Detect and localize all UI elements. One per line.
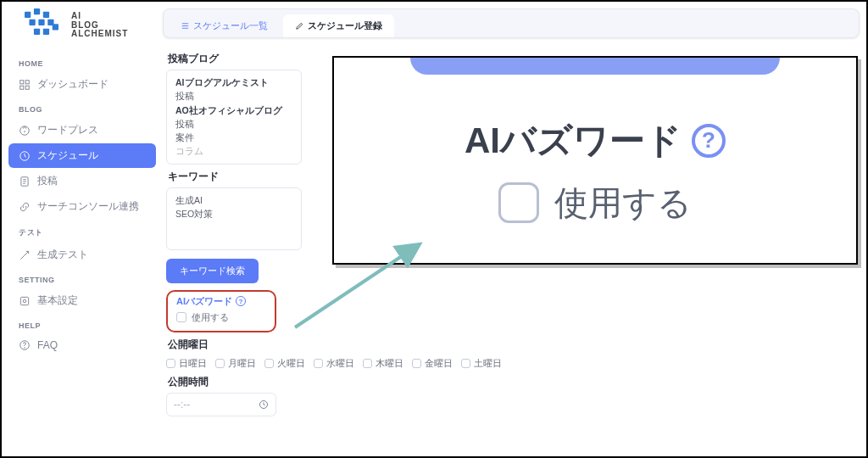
svg-rect-16: [20, 297, 28, 304]
publish-days-label: 公開曜日: [168, 338, 856, 352]
svg-rect-10: [25, 80, 29, 83]
day-checkbox-tue[interactable]: 火曜日: [264, 357, 305, 370]
nav-item-search-console[interactable]: サーチコンソール連携: [8, 194, 156, 219]
publish-time-label: 公開時間: [168, 375, 856, 389]
tabs-bar: スケジュール一覧 スケジュール登録: [163, 8, 860, 38]
publish-time-input[interactable]: --:--: [166, 393, 276, 416]
svg-rect-8: [53, 24, 58, 30]
nav-group-test: テスト: [8, 224, 156, 242]
zoom-use-checkbox[interactable]: 使用する: [498, 180, 692, 226]
nav-group-setting: SETTING: [8, 272, 156, 288]
settings-icon: [19, 295, 31, 307]
nav-item-basic-settings[interactable]: 基本設定: [8, 288, 156, 313]
zoom-callout: AIバズワード ? 使用する: [332, 56, 858, 265]
clock-icon: [19, 150, 31, 162]
tab-schedule-list[interactable]: スケジュール一覧: [169, 14, 280, 37]
svg-rect-0: [25, 12, 31, 18]
keyword-search-button[interactable]: キーワード検索: [166, 259, 259, 283]
help-icon[interactable]: ?: [692, 124, 726, 158]
day-checkbox-sun[interactable]: 日曜日: [166, 357, 207, 370]
zoom-buzzword-title: AIバズワード: [465, 117, 682, 165]
nav-item-label: ワードプレス: [37, 123, 98, 137]
svg-point-19: [25, 348, 25, 349]
sidebar: AI BLOG ALCHEMIST HOME ダッシュボード BLOG ワードプ…: [2, 2, 163, 456]
checkbox-icon: [498, 182, 539, 223]
nav-item-dashboard[interactable]: ダッシュボード: [8, 72, 156, 97]
day-checkbox-fri[interactable]: 金曜日: [412, 357, 453, 370]
nav-item-label: スケジュール: [37, 148, 98, 163]
help-icon[interactable]: ?: [236, 296, 246, 306]
list-icon: [181, 21, 190, 31]
document-icon: [19, 176, 31, 187]
app-logo: AI BLOG ALCHEMIST: [8, 7, 156, 51]
checkbox-icon: [176, 312, 186, 322]
edit-icon: [295, 21, 304, 31]
nav-item-gentest[interactable]: 生成テスト: [8, 243, 156, 267]
ai-buzzword-label: AIバズワード: [176, 295, 232, 308]
day-checkbox-wed[interactable]: 水曜日: [314, 357, 354, 370]
logo-mark-icon: [17, 8, 66, 42]
blog-select-box[interactable]: AIブログアルケミスト 投稿 AO社オフィシャルブログ 投稿 案件 コラム: [166, 70, 302, 165]
svg-rect-2: [43, 12, 49, 18]
dashboard-icon: [19, 79, 31, 91]
day-checkbox-mon[interactable]: 月曜日: [215, 357, 256, 370]
wand-icon: [19, 249, 31, 261]
nav-item-label: 基本設定: [37, 293, 78, 308]
nav-item-label: サーチコンソール連携: [37, 199, 139, 214]
tab-schedule-register[interactable]: スケジュール登録: [283, 14, 394, 37]
svg-rect-11: [20, 86, 24, 89]
clock-icon: [259, 399, 269, 410]
svg-rect-4: [38, 20, 44, 25]
nav-item-schedule[interactable]: スケジュール: [8, 143, 156, 168]
keyword-textarea[interactable]: 生成AI SEO対策: [166, 187, 302, 250]
tab-label: スケジュール登録: [308, 20, 382, 32]
svg-rect-7: [43, 29, 49, 35]
nav-group-blog: BLOG: [8, 102, 156, 117]
logo-text: AI BLOG ALCHEMIST: [71, 12, 128, 39]
wordpress-icon: [19, 125, 31, 137]
day-checkbox-thu[interactable]: 木曜日: [363, 357, 403, 370]
svg-rect-12: [25, 86, 29, 89]
day-checkbox-sat[interactable]: 土曜日: [461, 357, 502, 370]
nav-group-help: HELP: [8, 318, 156, 333]
svg-rect-1: [34, 8, 40, 14]
publish-days-row: 日曜日 月曜日 火曜日 水曜日 木曜日 金曜日 土曜日: [166, 357, 856, 370]
svg-point-17: [23, 299, 26, 303]
svg-rect-6: [34, 29, 40, 35]
svg-rect-3: [29, 20, 35, 25]
zoom-header-bar: [410, 58, 780, 75]
nav-item-label: 生成テスト: [37, 248, 88, 262]
ai-buzzword-block: AIバズワード ? 使用する: [166, 290, 276, 332]
nav-item-wordpress[interactable]: ワードプレス: [8, 118, 156, 142]
nav-item-label: ダッシュボード: [37, 77, 108, 92]
svg-rect-9: [20, 80, 24, 83]
nav-item-label: 投稿: [37, 174, 58, 188]
checkbox-label: 使用する: [192, 311, 229, 324]
checkbox-label: 使用する: [554, 180, 692, 226]
nav-item-posts[interactable]: 投稿: [8, 169, 156, 193]
nav-item-label: FAQ: [37, 339, 58, 351]
link-icon: [19, 201, 31, 213]
ai-buzzword-use-checkbox[interactable]: 使用する: [176, 311, 266, 324]
nav-group-home: HOME: [8, 56, 156, 71]
tab-label: スケジュール一覧: [193, 20, 268, 32]
help-icon: [19, 339, 31, 351]
time-value: --:--: [174, 399, 190, 411]
nav-item-faq[interactable]: FAQ: [8, 334, 156, 356]
